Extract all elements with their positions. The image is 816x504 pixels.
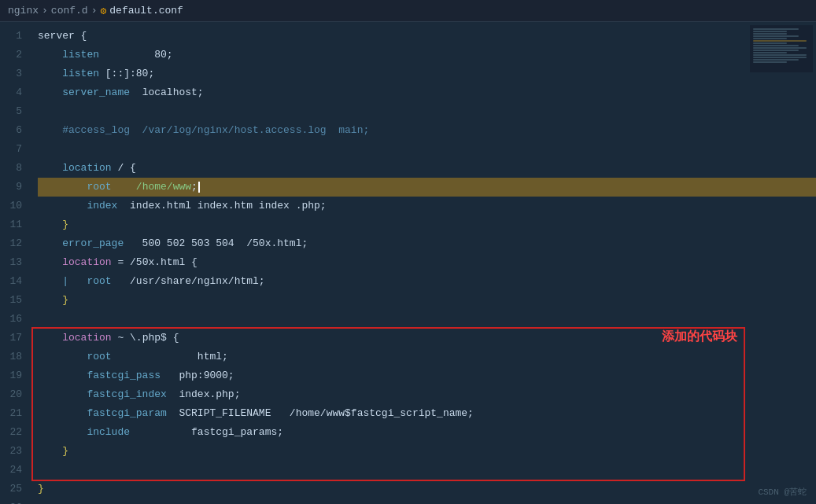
line-number: 11 (0, 215, 22, 234)
code-line: root /home/www; (38, 178, 816, 197)
cursor (198, 182, 200, 193)
line-number: 19 (0, 366, 22, 385)
breadcrumb-sep1: › (42, 5, 48, 17)
code-line (38, 461, 816, 480)
code-line: include fastcgi_params; (38, 423, 816, 442)
breadcrumb-gear-icon: ⚙ (100, 5, 106, 17)
watermark: CSDN @苦蛇 (758, 486, 807, 498)
line-number: 5 (0, 102, 22, 121)
line-number: 15 (0, 291, 22, 310)
breadcrumb-filename: default.conf (109, 5, 183, 17)
code-line: fastcgi_index index.php; (38, 385, 816, 404)
line-number: 20 (0, 385, 22, 404)
line-number: 26 (0, 498, 22, 504)
line-number: 23 (0, 442, 22, 461)
line-number: 4 (0, 83, 22, 102)
code-line: index index.html index.htm index .php; (38, 197, 816, 215)
breadcrumb-confd: conf.d (51, 5, 88, 17)
code-line: listen [::]:80; (38, 64, 816, 83)
code-line: } (38, 215, 816, 234)
code-editor: 1234567891011121314151617181920212223242… (0, 22, 816, 504)
breadcrumb-bar: nginx › conf.d › ⚙ default.conf (0, 0, 816, 22)
line-number: 7 (0, 140, 22, 159)
code-line: fastcgi_param SCRIPT_FILENAME /home/www$… (38, 404, 816, 423)
code-line: } (38, 442, 816, 461)
line-number: 13 (0, 253, 22, 272)
line-number: 22 (0, 423, 22, 442)
line-number: 9 (0, 178, 22, 197)
code-line (38, 102, 816, 121)
code-line: listen 80; (38, 46, 816, 64)
line-number: 3 (0, 64, 22, 83)
line-number: 14 (0, 272, 22, 291)
code-line: error_page 500 502 503 504 /50x.html; (38, 234, 816, 253)
code-content[interactable]: server { listen 80; listen [::]:80; serv… (31, 22, 816, 504)
line-number: 16 (0, 310, 22, 329)
code-line: location = /50x.html { (38, 253, 816, 272)
code-line: #access_log /var/log/nginx/host.access.l… (38, 121, 816, 140)
code-line: server { (38, 27, 816, 46)
line-number: 21 (0, 404, 22, 423)
line-number: 6 (0, 121, 22, 140)
breadcrumb-sep2: › (91, 5, 98, 17)
code-line: } (38, 291, 816, 310)
line-number: 8 (0, 159, 22, 178)
code-line: } (38, 480, 816, 498)
line-number: 17 (0, 329, 22, 348)
line-number: 2 (0, 46, 22, 64)
line-number: 24 (0, 461, 22, 480)
minimap (750, 25, 813, 72)
line-number: 12 (0, 234, 22, 253)
code-line: fastcgi_pass php:9000; (38, 366, 816, 385)
breadcrumb-nginx: nginx (8, 5, 39, 17)
line-number: 1 (0, 27, 22, 46)
code-line: server_name localhost; (38, 83, 816, 102)
line-number: 18 (0, 348, 22, 366)
code-line (38, 310, 816, 329)
code-line: location / { (38, 159, 816, 178)
code-line (38, 498, 816, 504)
code-line: | root /usr/share/nginx/html; (38, 272, 816, 291)
line-number: 25 (0, 480, 22, 498)
line-numbers: 1234567891011121314151617181920212223242… (0, 22, 31, 504)
code-line (38, 140, 816, 159)
code-line: root html; (38, 348, 816, 366)
annotation-text: 添加的代码块 (662, 329, 737, 345)
line-number: 10 (0, 197, 22, 215)
